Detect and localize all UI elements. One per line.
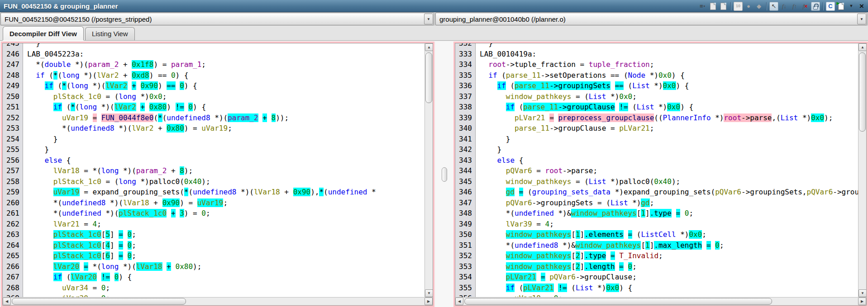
code-token[interactable] [27, 283, 62, 292]
code-token[interactable]: ( [628, 103, 637, 111]
scroll-left-icon[interactable]: ◀ [455, 298, 463, 305]
code-token[interactable]: ( [180, 177, 184, 186]
code-token[interactable]: *) [606, 92, 619, 101]
code-token[interactable]: ->groupingSets, [741, 188, 807, 196]
code-token[interactable]: ] [580, 251, 585, 260]
code-token[interactable] [615, 251, 620, 260]
code-token[interactable]: T_Invalid [619, 251, 658, 260]
code-token[interactable]: window_pathkeys [576, 241, 641, 250]
code-line[interactable]: 355 if (pLVar21 != (List *)0x0) { [455, 283, 858, 293]
code-token[interactable]: lVar20 [53, 262, 80, 271]
code-token[interactable]: ) [158, 81, 167, 90]
code-token[interactable]: if [506, 103, 515, 111]
code-line[interactable]: 341 } [455, 134, 858, 145]
code-token[interactable] [27, 92, 53, 101]
code-token[interactable]: = [119, 251, 123, 260]
code-token[interactable]: lVar21 [53, 220, 80, 228]
code-token[interactable]: = [84, 262, 88, 271]
code-token[interactable]: root [724, 113, 741, 122]
code-token[interactable]: param_2 [88, 60, 119, 69]
code-token[interactable]: ->groupClause; [576, 273, 637, 281]
right-vertical-scroll-thumb[interactable] [859, 52, 866, 132]
code-token[interactable] [480, 156, 497, 165]
code-token[interactable]: ( [632, 230, 641, 239]
code-token[interactable]: long [101, 166, 119, 175]
code-token[interactable]: != [619, 103, 628, 111]
code-token[interactable]: gd [641, 198, 649, 207]
code-token[interactable]: *) [650, 81, 663, 90]
code-line[interactable]: 335 if (parse_11->setOperations == (Node… [455, 70, 858, 81]
code-line[interactable]: 256 else { [3, 155, 424, 166]
code-token[interactable]: ->groupClause = [549, 124, 619, 132]
code-token[interactable]: ( [324, 188, 328, 196]
code-token[interactable]: ; [206, 209, 210, 217]
code-line[interactable]: 254 } [3, 134, 424, 145]
code-token[interactable]: ) { [176, 71, 189, 80]
code-token[interactable]: * [62, 81, 67, 90]
code-token[interactable]: = [532, 220, 545, 228]
code-token[interactable] [27, 273, 53, 281]
code-token[interactable]: 0 [628, 262, 633, 271]
code-token[interactable]: ) { [193, 103, 206, 111]
code-line[interactable]: 345 window_pathkeys = (List *)palloc0(0x… [455, 176, 858, 187]
code-token[interactable] [27, 241, 53, 250]
code-token[interactable] [711, 241, 715, 250]
tab-listing-view[interactable]: Listing View [85, 27, 135, 40]
code-token[interactable] [27, 113, 62, 122]
code-token[interactable]: 5 [105, 230, 110, 239]
code-token[interactable]: = [80, 220, 93, 228]
code-token[interactable]: ); [824, 113, 833, 122]
code-token[interactable]: ) { [184, 81, 197, 90]
code-token[interactable]: ; [223, 198, 228, 207]
code-token[interactable]: undefined8 [193, 188, 236, 196]
code-token[interactable] [27, 230, 53, 239]
code-token[interactable]: 0x40 [184, 177, 202, 186]
tab-decompiler-diff-view[interactable]: Decompiler Diff View [3, 26, 84, 40]
code-token[interactable]: window_pathkeys [506, 177, 572, 186]
code-token[interactable]: [ [571, 230, 576, 239]
code-line[interactable]: 343 else { [455, 155, 858, 166]
code-token[interactable] [123, 230, 128, 239]
function-remove-icon[interactable]: f× [801, 2, 810, 11]
code-token[interactable]: ->parse; [563, 166, 597, 175]
code-line[interactable]: 340 parse_11->groupClause = pLVar21; [455, 123, 858, 134]
code-token[interactable]: if [36, 71, 44, 80]
code-token[interactable] [480, 251, 506, 260]
code-token[interactable]: 0x0 [667, 103, 680, 111]
code-token[interactable]: 1 [576, 230, 580, 239]
code-token[interactable]: ListCell [641, 230, 676, 239]
code-token[interactable]: = [119, 230, 123, 239]
code-token[interactable]: ( [45, 71, 53, 80]
code-token[interactable]: + [119, 60, 132, 69]
code-token[interactable]: uVar19 [62, 113, 88, 122]
code-token[interactable]: plStack_1c0 [119, 209, 167, 217]
code-token[interactable] [267, 113, 272, 122]
code-token[interactable]: undefined [62, 209, 101, 217]
code-token[interactable]: ( [180, 188, 184, 196]
code-token[interactable]: [ [101, 230, 106, 239]
code-token[interactable]: *) [798, 113, 811, 122]
code-token[interactable]: *) [628, 198, 641, 207]
code-token[interactable]: 0x90 [141, 81, 158, 90]
code-token[interactable] [123, 241, 128, 250]
code-line[interactable]: 252 uVar19 = FUN_0044f8e0(*(undefined8 *… [3, 113, 424, 123]
code-token[interactable]: window_pathkeys [506, 92, 572, 101]
code-token[interactable] [545, 113, 550, 122]
left-vertical-scroll-thumb[interactable] [425, 52, 432, 103]
code-token[interactable]: ) == [149, 71, 171, 80]
code-token[interactable]: ) = [184, 209, 202, 217]
code-token[interactable]: *)& [558, 241, 576, 250]
code-token[interactable] [27, 188, 53, 196]
code-line[interactable]: 246LAB_0045223a: [3, 49, 424, 60]
code-token[interactable] [480, 273, 506, 281]
code-line[interactable]: 261 *(undefined *)(plStack_1c0 + 3) = 0; [3, 208, 424, 219]
code-token[interactable]: ; [702, 230, 706, 239]
code-line[interactable]: 334 root->tuple_fraction = tuple_fractio… [455, 59, 858, 70]
code-token[interactable]: *) [136, 177, 149, 186]
code-token[interactable]: 4 [105, 241, 110, 250]
left-horizontal-scrollbar[interactable]: ◀ ▶ [3, 297, 433, 305]
code-line[interactable]: 249 if (*(long *)(lVar2 + 0x90) == 0) { [3, 80, 424, 91]
code-token[interactable]: .length [584, 262, 615, 271]
code-token[interactable]: = [619, 262, 624, 271]
code-token[interactable] [27, 220, 53, 228]
